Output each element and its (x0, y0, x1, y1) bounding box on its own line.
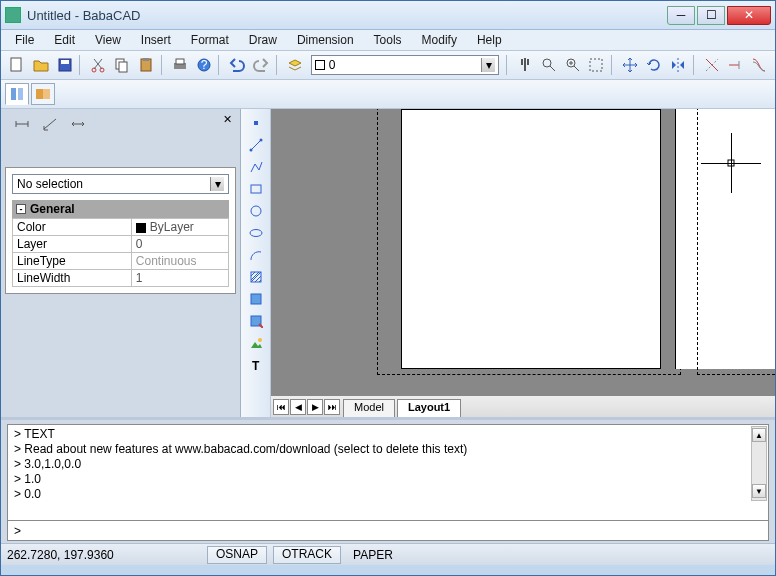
property-row: ColorByLayer (13, 219, 229, 236)
image-icon[interactable] (245, 333, 267, 353)
drawing-canvas[interactable] (271, 109, 775, 395)
chevron-down-icon[interactable]: ▾ (481, 58, 495, 72)
minimize-button[interactable]: ─ (667, 6, 695, 25)
secondary-toolbar (1, 80, 775, 109)
layer-combo[interactable]: 0 ▾ (311, 55, 499, 75)
extend-icon[interactable] (724, 54, 746, 76)
text-icon[interactable]: T (245, 355, 267, 375)
property-row: Layer0 (13, 236, 229, 253)
new-icon[interactable] (6, 54, 28, 76)
ellipse-icon[interactable] (245, 223, 267, 243)
tab-last-icon[interactable]: ⏭ (324, 399, 340, 415)
trim-icon[interactable] (701, 54, 723, 76)
undo-icon[interactable] (226, 54, 248, 76)
move-icon[interactable] (619, 54, 641, 76)
statusbar: 262.7280, 197.9360 OSNAP OTRACK PAPER (1, 543, 775, 565)
collapse-icon[interactable]: - (16, 204, 26, 214)
line-icon[interactable] (245, 135, 267, 155)
svg-rect-15 (590, 59, 602, 71)
help-icon[interactable]: ? (193, 54, 215, 76)
pan-icon[interactable] (514, 54, 536, 76)
tab-next-icon[interactable]: ▶ (307, 399, 323, 415)
layout-tabs: ⏮ ◀ ▶ ⏭ Model Layout1 (271, 395, 775, 417)
menu-view[interactable]: View (87, 31, 129, 49)
svg-point-24 (251, 206, 261, 216)
chevron-down-icon[interactable]: ▾ (210, 177, 224, 191)
hatch-icon[interactable] (245, 267, 267, 287)
offset-icon[interactable] (748, 54, 770, 76)
point-icon[interactable] (245, 113, 267, 133)
scroll-up-icon[interactable]: ▲ (752, 428, 766, 442)
svg-rect-10 (176, 59, 184, 64)
dim-aligned-icon[interactable] (38, 113, 62, 135)
command-log[interactable]: > TEXT > Read about new features at www.… (7, 424, 769, 521)
svg-point-22 (259, 139, 262, 142)
maximize-button[interactable]: ☐ (697, 6, 725, 25)
menu-dimension[interactable]: Dimension (289, 31, 362, 49)
svg-rect-23 (251, 185, 261, 193)
polyline-icon[interactable] (245, 157, 267, 177)
scrollbar-vertical[interactable]: ▲ ▼ (751, 426, 767, 501)
svg-text:?: ? (200, 58, 207, 72)
rotate-icon[interactable] (643, 54, 665, 76)
osnap-toggle[interactable]: OSNAP (207, 546, 267, 564)
cut-icon[interactable] (87, 54, 109, 76)
menu-format[interactable]: Format (183, 31, 237, 49)
property-row: LineWidth1 (13, 270, 229, 287)
copy-icon[interactable] (111, 54, 133, 76)
app-icon (5, 7, 21, 23)
selection-combo[interactable]: No selection ▾ (12, 174, 229, 194)
save-icon[interactable] (54, 54, 76, 76)
layer-manager-icon[interactable] (284, 54, 306, 76)
svg-rect-6 (119, 62, 127, 72)
menu-draw[interactable]: Draw (241, 31, 285, 49)
command-area: > TEXT > Read about new features at www.… (1, 417, 775, 543)
property-group-header[interactable]: - General (12, 200, 229, 218)
main-toolbar: ? 0 ▾ (1, 51, 775, 80)
menu-tools[interactable]: Tools (366, 31, 410, 49)
scroll-down-icon[interactable]: ▼ (752, 484, 766, 498)
zoom-window-icon[interactable] (538, 54, 560, 76)
tab-layout1[interactable]: Layout1 (397, 399, 461, 417)
space-indicator: PAPER (347, 546, 399, 564)
menu-help[interactable]: Help (469, 31, 510, 49)
menubar: File Edit View Insert Format Draw Dimens… (1, 30, 775, 51)
svg-point-25 (250, 230, 262, 237)
tab-first-icon[interactable]: ⏮ (273, 399, 289, 415)
menu-file[interactable]: File (7, 31, 42, 49)
coordinates-readout: 262.7280, 197.9360 (7, 548, 207, 562)
arc-icon[interactable] (245, 245, 267, 265)
zoom-dynamic-icon[interactable] (562, 54, 584, 76)
svg-rect-2 (61, 60, 69, 64)
paste-icon[interactable] (135, 54, 157, 76)
property-row: LineTypeContinuous (13, 253, 229, 270)
zoom-extents-icon[interactable] (585, 54, 607, 76)
tab-model[interactable]: Model (343, 399, 395, 417)
svg-rect-19 (43, 89, 50, 99)
tab-prev-icon[interactable]: ◀ (290, 399, 306, 415)
tab-layers-icon[interactable] (31, 83, 55, 105)
properties-panel: ✕ No selection ▾ - General ColorByLayer … (1, 109, 241, 417)
circle-icon[interactable] (245, 201, 267, 221)
otrack-toggle[interactable]: OTRACK (273, 546, 341, 564)
menu-edit[interactable]: Edit (46, 31, 83, 49)
close-button[interactable]: ✕ (727, 6, 771, 25)
panel-close-icon[interactable]: ✕ (220, 113, 234, 127)
menu-insert[interactable]: Insert (133, 31, 179, 49)
block-icon[interactable] (245, 289, 267, 309)
svg-rect-17 (18, 88, 23, 100)
rectangle-icon[interactable] (245, 179, 267, 199)
dim-linear-icon[interactable] (10, 113, 34, 135)
insert-block-icon[interactable] (245, 311, 267, 331)
svg-point-13 (543, 59, 551, 67)
open-icon[interactable] (30, 54, 52, 76)
print-icon[interactable] (169, 54, 191, 76)
svg-rect-20 (254, 121, 258, 125)
dim-horizontal-icon[interactable] (66, 113, 90, 135)
redo-icon[interactable] (250, 54, 272, 76)
mirror-icon[interactable] (667, 54, 689, 76)
command-input[interactable]: > (7, 521, 769, 541)
svg-rect-27 (251, 294, 261, 304)
svg-point-21 (249, 149, 252, 152)
menu-modify[interactable]: Modify (414, 31, 465, 49)
